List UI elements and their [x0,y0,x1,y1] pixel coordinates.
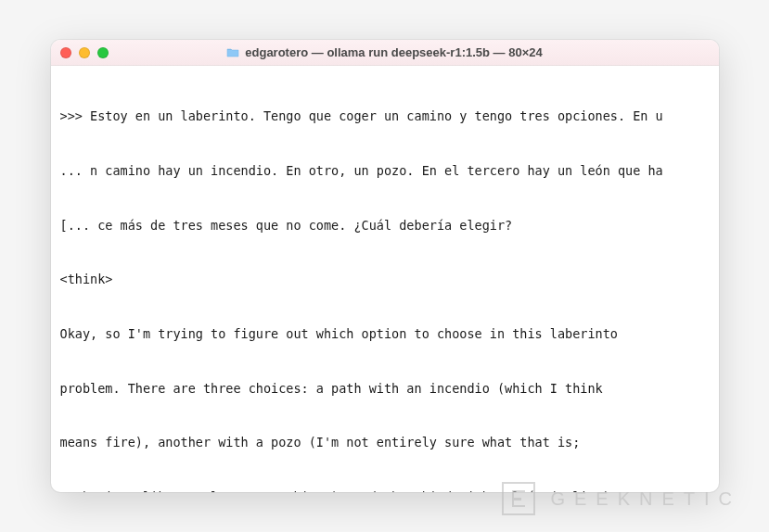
terminal-line: means fire), another with a pozo (I'm no… [60,434,710,452]
folder-icon [226,47,239,57]
close-icon[interactable] [60,47,71,58]
terminal-window: edgarotero — ollama run deepseek-r1:1.5b… [51,40,719,492]
terminal-line: ... n camino hay un incendio. En otro, u… [60,162,710,181]
traffic-lights [60,47,109,58]
watermark: GEEKNETIC [502,482,741,515]
title-wrap: edgarotero — ollama run deepseek-r1:1.5b… [51,45,719,59]
terminal-line: [... ce más de tres meses que no come. ¿… [60,217,710,235]
terminal-body[interactable]: >>> Estoy en un laberinto. Tengo que cog… [51,66,719,492]
terminal-line: <think> [60,271,710,289]
maximize-icon[interactable] [97,47,109,58]
terminal-line: >>> Estoy en un laberinto. Tengo que cog… [60,108,710,126]
terminal-line: problem. There are three choices: a path… [60,380,710,399]
titlebar[interactable]: edgarotero — ollama run deepseek-r1:1.5b… [51,40,719,66]
minimize-icon[interactable] [79,47,90,58]
window-title: edgarotero — ollama run deepseek-r1:1.5b… [245,45,542,59]
watermark-logo-icon [502,482,535,515]
terminal-line: Okay, so I'm trying to figure out which … [60,325,710,344]
watermark-text: GEEKNETIC [550,488,741,510]
